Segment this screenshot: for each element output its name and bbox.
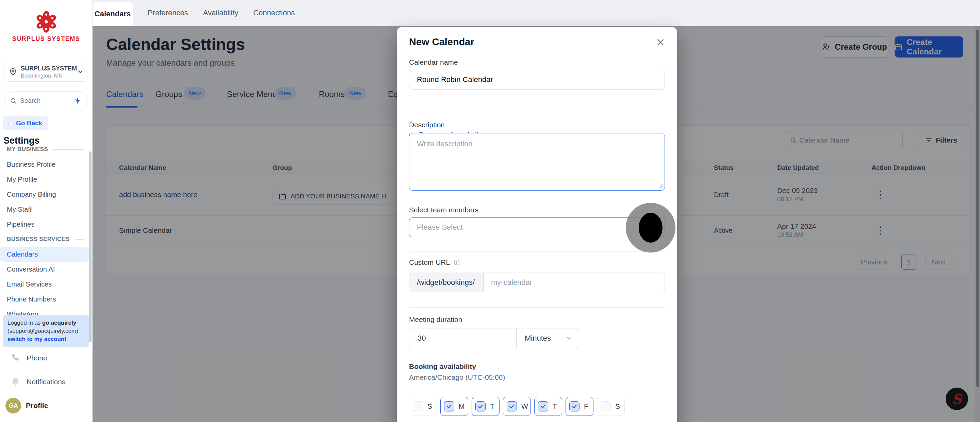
check-icon: [477, 403, 484, 409]
logged-in-tooltip: Logged in as go acquirely (support@goacq…: [3, 315, 89, 347]
settings-nav: MY BUSINESS Business Profile My Profile …: [0, 142, 89, 322]
sidebar-item-my-staff[interactable]: My Staff: [0, 202, 89, 217]
day-checkbox-tuesday[interactable]: T: [472, 397, 500, 416]
team-members-label: Select team members: [409, 206, 479, 214]
check-icon: [571, 403, 578, 409]
day-checkbox-friday[interactable]: F: [566, 397, 593, 416]
quick-actions-lightning-icon[interactable]: [73, 96, 82, 105]
modal-title: New Calendar: [409, 37, 474, 48]
sidebar-item-calendars[interactable]: Calendars: [0, 247, 89, 262]
phone-label: Phone: [27, 354, 47, 362]
profile-label: Profile: [26, 401, 48, 410]
timezone-value: America/Chicago (UTC-05:00): [409, 373, 505, 382]
go-back-button[interactable]: ← Go Back: [3, 116, 48, 131]
back-arrow-icon: ←: [7, 119, 13, 127]
cursor-indicator: [626, 203, 675, 253]
top-tab-connections[interactable]: Connections: [253, 8, 295, 18]
duration-value-input[interactable]: 30: [409, 328, 517, 348]
url-prefix: /widget/bookings/: [409, 273, 484, 291]
custom-url-input[interactable]: my-calendar: [484, 273, 665, 291]
duration-unit-value: Minutes: [525, 334, 551, 343]
checkbox-checked: [538, 401, 548, 411]
logged-in-account: go acquirely: [42, 320, 76, 326]
sidebar-item-phone-numbers[interactable]: Phone Numbers: [0, 291, 89, 307]
checkbox-checked: [569, 401, 579, 411]
divider: [409, 252, 665, 252]
sidebar-item-company-billing[interactable]: Company Billing: [0, 187, 89, 202]
location-name: SURPLUS SYSTEM...: [21, 65, 77, 72]
sidebar-scrollbar[interactable]: [89, 151, 92, 342]
section-business-services: BUSINESS SERVICES: [0, 232, 89, 247]
sidebar-item-business-profile[interactable]: Business Profile: [0, 157, 89, 172]
checkbox-unchecked: [601, 401, 611, 411]
custom-url-input-group: /widget/bookings/ my-calendar: [409, 272, 665, 292]
chevron-down-icon: [77, 68, 84, 75]
chevron-down-icon: [566, 335, 573, 342]
cursor-dot: [639, 213, 662, 243]
phone-icon: [10, 353, 21, 363]
calendar-name-label: Calendar name: [409, 58, 458, 66]
logged-in-prefix: Logged in as: [8, 320, 40, 326]
day-checkbox-sunday[interactable]: S: [409, 397, 437, 416]
notifications-menu[interactable]: Notifications: [0, 374, 92, 390]
day-checkbox-wednesday[interactable]: W: [503, 397, 531, 416]
meeting-duration-label: Meeting duration: [409, 315, 462, 324]
checkbox-checked: [444, 401, 454, 411]
go-back-label: Go Back: [16, 119, 42, 127]
custom-url-label: Custom URL: [409, 258, 450, 266]
sidebar-item-conversation-ai[interactable]: Conversation AI: [0, 262, 89, 277]
search-icon: [10, 97, 17, 104]
booking-days-row: S M T W T F S: [409, 397, 625, 416]
meeting-duration-group: 30 Minutes: [409, 328, 579, 348]
sidebar-item-email-services[interactable]: Email Services: [0, 277, 89, 291]
section-divider: [75, 239, 84, 240]
close-icon[interactable]: [656, 38, 665, 47]
top-tab-availability[interactable]: Availability: [203, 8, 239, 18]
divider: [409, 389, 665, 389]
top-tab-strip: Calendars Preferences Availability Conne…: [92, 0, 980, 26]
location-pin-icon: [8, 67, 18, 76]
brand-name: SURPLUS SYSTEMS: [0, 35, 92, 43]
section-divider: [53, 150, 84, 150]
avatar: GA: [5, 398, 21, 414]
phone-menu[interactable]: Phone: [0, 350, 92, 366]
checkbox-checked: [476, 401, 485, 411]
sidebar: SURPLUS SYSTEMS SURPLUS SYSTEM... Bloomi…: [0, 0, 92, 422]
top-tab-calendars[interactable]: Calendars: [92, 2, 133, 26]
check-icon: [446, 403, 452, 409]
day-checkbox-thursday[interactable]: T: [534, 397, 562, 416]
checkbox-unchecked: [413, 401, 423, 411]
sidebar-search[interactable]: Search: [4, 91, 88, 110]
booking-availability-label: Booking availability: [409, 362, 476, 371]
app-root: SURPLUS SYSTEMS SURPLUS SYSTEM... Bloomi…: [0, 0, 980, 422]
calendar-name-input[interactable]: [409, 70, 665, 89]
day-checkbox-monday[interactable]: M: [440, 397, 468, 416]
description-textarea[interactable]: [409, 133, 665, 191]
info-icon[interactable]: [453, 259, 460, 266]
bell-icon: [10, 377, 21, 387]
brand-logo: SURPLUS SYSTEMS: [0, 10, 92, 43]
notifications-label: Notifications: [27, 378, 65, 386]
duration-unit-select[interactable]: Minutes: [517, 328, 579, 348]
brand-flower-icon: [35, 10, 58, 33]
resize-grip-icon[interactable]: [657, 183, 663, 188]
sidebar-item-my-profile[interactable]: My Profile: [0, 172, 89, 187]
check-icon: [509, 403, 515, 409]
logged-in-email: (support@goacquirely.com): [8, 328, 78, 334]
custom-url-label-row: Custom URL: [409, 258, 460, 266]
check-icon: [540, 403, 546, 409]
location-switcher[interactable]: SURPLUS SYSTEM... Bloomington, MN: [4, 62, 88, 82]
sidebar-search-placeholder: Search: [20, 97, 73, 105]
switch-account-link[interactable]: switch to my account: [8, 336, 66, 342]
top-tab-preferences[interactable]: Preferences: [148, 8, 188, 18]
section-my-business: MY BUSINESS: [0, 142, 89, 157]
description-label: Description: [409, 121, 445, 129]
checkbox-checked: [507, 401, 517, 411]
profile-menu[interactable]: GA Profile: [0, 395, 92, 416]
day-checkbox-saturday[interactable]: S: [597, 397, 625, 416]
location-city: Bloomington, MN: [21, 73, 77, 79]
sidebar-item-pipelines[interactable]: Pipelines: [0, 217, 89, 232]
